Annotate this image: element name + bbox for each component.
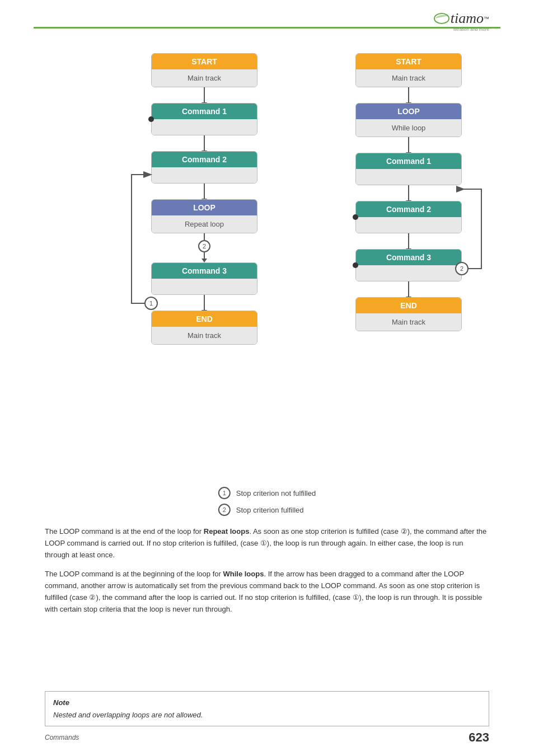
- legend-item-1: 1 Stop criterion not fulfilled: [218, 487, 316, 499]
- logo-text: tiamo: [451, 10, 484, 27]
- left-loop-back-dot: [148, 116, 154, 122]
- logo-subtitle: filtration and more: [453, 27, 489, 32]
- footer-right: 623: [469, 730, 489, 745]
- right-end-header: END: [356, 298, 461, 313]
- footer-left: Commands: [45, 734, 79, 741]
- left-arrow-1: [204, 87, 205, 103]
- left-end-header: END: [152, 311, 257, 327]
- right-arrow-4: [408, 233, 409, 249]
- left-arrowhead: [202, 259, 207, 262]
- logo-tm: ™: [484, 16, 489, 22]
- bold-while: While loops: [223, 570, 264, 578]
- logo-leaf-icon: [434, 12, 449, 25]
- right-cmd3-dot: [353, 262, 358, 268]
- top-line: [34, 27, 500, 29]
- left-loop-block: LOOP Repeat loop: [151, 199, 257, 233]
- left-cmd1-block: Command 1: [151, 103, 257, 135]
- right-start-body: Main track: [356, 69, 461, 87]
- left-diagram: START Main track Command 1 Command 2 LOO…: [151, 53, 257, 345]
- left-pre-badge-line: [204, 233, 205, 240]
- legend: 1 Stop criterion not fulfilled 2 Stop cr…: [218, 487, 316, 516]
- left-loop-body: Repeat loop: [152, 215, 257, 233]
- right-arrow-2: [408, 137, 409, 153]
- left-post-badge-line: [204, 252, 205, 259]
- legend-label-2: Stop criterion fulfilled: [236, 506, 304, 514]
- right-cmd1-body: [356, 169, 461, 185]
- right-arrow-5: [408, 281, 409, 297]
- right-cmd2-header: Command 2: [356, 201, 461, 217]
- right-cmd3-body: [356, 265, 461, 281]
- left-cmd3-body: [152, 279, 257, 294]
- right-loop-block: LOOP While loop: [355, 103, 462, 137]
- right-cmd2-block: Command 2: [355, 201, 462, 233]
- right-cmd2-body: [356, 217, 461, 233]
- right-cmd3-header: Command 3: [356, 250, 461, 265]
- left-cmd3-block: Command 3: [151, 262, 257, 295]
- right-cmd3-wrap: Command 3: [355, 249, 462, 281]
- right-start-header: START: [356, 54, 461, 69]
- right-loop-back-dot: [353, 214, 358, 220]
- left-badge-2: 2: [198, 240, 210, 252]
- left-badge-wrap: 2: [198, 233, 210, 259]
- text-content: The LOOP command is at the end of the lo…: [45, 526, 489, 623]
- left-start-block: START Main track: [151, 53, 257, 87]
- bold-repeat: Repeat loops: [204, 527, 250, 536]
- left-cmd2-header: Command 2: [152, 152, 257, 167]
- left-loop-header: LOOP: [152, 200, 257, 215]
- paragraph-1: The LOOP command is at the end of the lo…: [45, 526, 489, 561]
- footer: Commands 623: [45, 730, 489, 745]
- note-text: Nested and overlapping loops are not all…: [53, 710, 481, 721]
- right-arrow-3: [408, 185, 409, 201]
- note-box: Note Nested and overlapping loops are no…: [45, 691, 489, 726]
- legend-label-1: Stop criterion not fulfilled: [236, 489, 316, 497]
- right-cmd3-block: Command 3: [355, 249, 462, 281]
- logo-area: tiamo ™ filtration and more: [434, 10, 489, 32]
- left-end-block: END Main track: [151, 311, 257, 345]
- left-arrow-4: [204, 295, 205, 311]
- left-start-header: START: [152, 54, 257, 69]
- right-end-body: Main track: [356, 313, 461, 331]
- note-title: Note: [53, 697, 481, 708]
- paragraph-2: The LOOP command is at the beginning of …: [45, 569, 489, 615]
- right-cmd1-block: Command 1: [355, 153, 462, 185]
- legend-badge-1: 1: [218, 487, 231, 499]
- left-cmd1-header: Command 1: [152, 104, 257, 119]
- left-arrow-3: [204, 184, 205, 199]
- left-cmd1-wrap: Command 1: [151, 103, 257, 135]
- right-diagram: START Main track LOOP While loop Command…: [355, 53, 462, 331]
- legend-badge-2: 2: [218, 504, 231, 516]
- left-cmd3-header: Command 3: [152, 263, 257, 279]
- left-cmd1-body: [152, 119, 257, 135]
- legend-item-2: 2 Stop criterion fulfilled: [218, 504, 316, 516]
- right-cmd1-header: Command 1: [356, 153, 461, 169]
- right-end-block: END Main track: [355, 297, 462, 331]
- right-arrow-1: [408, 87, 409, 103]
- svg-point-0: [434, 13, 449, 24]
- left-arrow-2: [204, 135, 205, 151]
- right-cmd2-wrap: Command 2: [355, 201, 462, 233]
- left-end-body: Main track: [152, 327, 257, 344]
- right-loop-body: While loop: [356, 119, 461, 137]
- left-start-body: Main track: [152, 69, 257, 87]
- left-cmd2-block: Command 2: [151, 151, 257, 184]
- right-loop-header: LOOP: [356, 104, 461, 119]
- right-start-block: START Main track: [355, 53, 462, 87]
- left-cmd2-body: [152, 167, 257, 183]
